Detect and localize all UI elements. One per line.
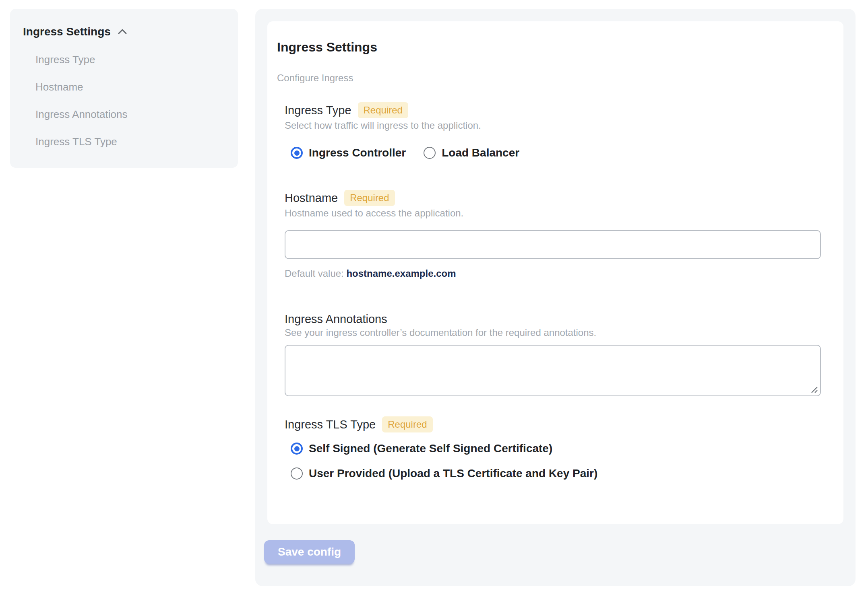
sidebar-item-ingress-type[interactable]: Ingress Type xyxy=(35,54,225,66)
ingress-type-description: Select how traffic will ingress to the a… xyxy=(285,120,829,131)
hostname-label: Hostname xyxy=(285,191,338,204)
radio-user-provided-label: User Provided (Upload a TLS Certificate … xyxy=(309,467,597,480)
ingress-tls-type-radio-group: Self Signed (Generate Self Signed Certif… xyxy=(291,442,829,480)
ingress-annotations-textarea[interactable] xyxy=(285,345,821,396)
ingress-type-label: Ingress Type xyxy=(285,104,351,117)
ingress-settings-sidebar: Ingress Settings Ingress Type Hostname I… xyxy=(10,9,238,168)
radio-user-provided[interactable]: User Provided (Upload a TLS Certificate … xyxy=(291,467,829,480)
sidebar-section-title: Ingress Settings xyxy=(23,25,111,39)
ingress-annotations-label: Ingress Annotations xyxy=(285,313,387,325)
chevron-up-icon xyxy=(117,27,128,37)
save-config-button[interactable]: Save config xyxy=(264,540,355,564)
section-ingress-tls-type: Ingress TLS Type Required Self Signed (G… xyxy=(285,416,829,480)
sidebar-item-ingress-annotations[interactable]: Ingress Annotations xyxy=(35,108,225,120)
radio-self-signed-label: Self Signed (Generate Self Signed Certif… xyxy=(309,442,552,455)
sidebar-item-hostname[interactable]: Hostname xyxy=(35,81,225,93)
ingress-annotations-description: See your ingress controller’s documentat… xyxy=(285,327,829,338)
resize-handle-icon[interactable] xyxy=(810,385,818,394)
ingress-settings-panel: Ingress Settings Configure Ingress Ingre… xyxy=(255,9,856,586)
radio-icon xyxy=(291,443,303,455)
page-subtitle: Configure Ingress xyxy=(277,72,829,84)
required-badge: Required xyxy=(382,416,432,432)
section-hostname: Hostname Required Hostname used to acces… xyxy=(285,190,829,279)
required-badge: Required xyxy=(358,102,408,118)
radio-icon xyxy=(424,147,436,159)
radio-icon xyxy=(291,467,303,480)
default-value-label: Default value: xyxy=(285,268,344,279)
radio-ingress-controller-label: Ingress Controller xyxy=(309,146,406,159)
page-title: Ingress Settings xyxy=(277,40,829,54)
radio-ingress-controller[interactable]: Ingress Controller xyxy=(291,146,406,159)
ingress-annotations-textarea-wrap xyxy=(285,345,821,396)
sidebar-section-toggle[interactable]: Ingress Settings xyxy=(23,25,225,39)
ingress-settings-card: Ingress Settings Configure Ingress Ingre… xyxy=(267,21,843,524)
required-badge: Required xyxy=(344,190,395,206)
ingress-tls-type-label: Ingress TLS Type xyxy=(285,418,376,431)
hostname-description: Hostname used to access the application. xyxy=(285,208,829,219)
page: Ingress Settings Ingress Type Hostname I… xyxy=(0,0,868,593)
radio-load-balancer[interactable]: Load Balancer xyxy=(424,146,519,159)
sidebar-item-list: Ingress Type Hostname Ingress Annotation… xyxy=(35,54,225,148)
hostname-input[interactable] xyxy=(285,230,821,259)
default-value-text: hostname.example.com xyxy=(346,268,456,279)
radio-load-balancer-label: Load Balancer xyxy=(442,146,519,159)
sidebar-item-ingress-tls-type[interactable]: Ingress TLS Type xyxy=(35,136,225,148)
hostname-default-line: Default value: hostname.example.com xyxy=(285,268,829,279)
radio-icon xyxy=(291,147,303,159)
radio-self-signed[interactable]: Self Signed (Generate Self Signed Certif… xyxy=(291,442,829,455)
section-ingress-type: Ingress Type Required Select how traffic… xyxy=(285,102,829,159)
section-ingress-annotations: Ingress Annotations See your ingress con… xyxy=(285,313,829,396)
ingress-type-radio-group: Ingress Controller Load Balancer xyxy=(291,146,829,159)
